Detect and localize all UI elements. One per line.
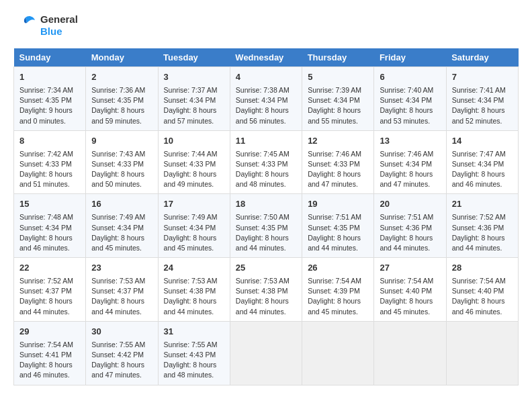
day-info: Sunset: 4:43 PM: [164, 350, 224, 360]
day-number: 26: [308, 262, 368, 275]
day-info: Sunset: 4:35 PM: [308, 223, 368, 233]
day-number: 12: [308, 135, 368, 148]
day-info: Daylight: 8 hours: [452, 296, 513, 306]
day-info: Sunset: 4:34 PM: [452, 95, 513, 105]
day-number: 14: [452, 135, 513, 148]
day-info: Sunset: 4:40 PM: [452, 286, 513, 296]
day-number: 15: [19, 198, 80, 211]
day-number: 9: [91, 135, 152, 148]
day-info: Daylight: 8 hours: [308, 233, 368, 243]
day-info: Sunrise: 7:48 AM: [19, 212, 80, 222]
calendar-cell: 19Sunrise: 7:51 AMSunset: 4:35 PMDayligh…: [302, 194, 374, 258]
calendar-cell: 15Sunrise: 7:48 AMSunset: 4:34 PMDayligh…: [14, 194, 86, 258]
day-info: Daylight: 8 hours: [164, 105, 224, 116]
calendar-cell: 16Sunrise: 7:49 AMSunset: 4:34 PMDayligh…: [86, 194, 158, 258]
day-info: and 46 minutes.: [19, 243, 80, 253]
day-info: and 44 minutes.: [380, 243, 440, 253]
day-number: 3: [164, 71, 224, 84]
day-info: Daylight: 8 hours: [236, 296, 296, 306]
day-info: Daylight: 8 hours: [19, 360, 80, 370]
day-info: Sunset: 4:35 PM: [236, 223, 296, 233]
day-info: Daylight: 8 hours: [164, 233, 224, 243]
day-info: and 59 minutes.: [91, 116, 152, 126]
day-info: and 44 minutes.: [91, 307, 152, 317]
day-info: Sunset: 4:35 PM: [91, 95, 152, 105]
day-info: Sunset: 4:33 PM: [236, 159, 296, 169]
day-info: Daylight: 8 hours: [308, 169, 368, 179]
calendar-cell: 27Sunrise: 7:54 AMSunset: 4:40 PMDayligh…: [374, 258, 446, 322]
day-info: Sunrise: 7:45 AM: [236, 149, 296, 159]
logo-bird-icon: [13, 13, 38, 38]
calendar-table: SundayMondayTuesdayWednesdayThursdayFrid…: [13, 48, 519, 385]
day-info: Sunrise: 7:50 AM: [236, 212, 296, 222]
day-info: and 57 minutes.: [164, 116, 224, 126]
day-number: 1: [19, 71, 80, 84]
day-info: Daylight: 8 hours: [380, 233, 440, 243]
day-info: and 46 minutes.: [452, 179, 513, 189]
day-info: and 44 minutes.: [164, 307, 224, 317]
day-number: 13: [380, 135, 440, 148]
day-number: 5: [308, 71, 368, 84]
calendar-cell: 12Sunrise: 7:46 AMSunset: 4:33 PMDayligh…: [302, 130, 374, 194]
day-info: Sunrise: 7:54 AM: [380, 276, 440, 286]
day-info: Sunset: 4:34 PM: [452, 159, 513, 169]
day-info: Sunrise: 7:34 AM: [19, 85, 80, 95]
calendar-cell: [230, 321, 302, 385]
day-info: Daylight: 8 hours: [164, 169, 224, 179]
day-info: Sunrise: 7:51 AM: [380, 212, 440, 222]
logo: General Blue: [13, 13, 78, 38]
day-info: and 45 minutes.: [164, 243, 224, 253]
day-number: 23: [91, 262, 152, 275]
day-info: Daylight: 8 hours: [91, 296, 152, 306]
day-number: 8: [19, 135, 80, 148]
day-number: 4: [236, 71, 296, 84]
calendar-cell: 28Sunrise: 7:54 AMSunset: 4:40 PMDayligh…: [446, 258, 518, 322]
day-info: Sunrise: 7:52 AM: [452, 212, 513, 222]
day-info: Sunrise: 7:54 AM: [19, 340, 80, 350]
calendar-cell: 30Sunrise: 7:55 AMSunset: 4:42 PMDayligh…: [86, 321, 158, 385]
day-number: 29: [19, 326, 80, 338]
day-number: 21: [452, 198, 513, 211]
day-info: Daylight: 8 hours: [452, 169, 513, 179]
day-info: Sunrise: 7:53 AM: [164, 276, 224, 286]
calendar-cell: 11Sunrise: 7:45 AMSunset: 4:33 PMDayligh…: [230, 130, 302, 194]
day-info: Sunset: 4:41 PM: [19, 350, 80, 360]
day-number: 25: [236, 262, 296, 275]
day-info: Daylight: 8 hours: [164, 360, 224, 370]
day-info: Sunset: 4:34 PM: [164, 95, 224, 105]
day-info: Sunrise: 7:39 AM: [308, 85, 368, 95]
day-info: Sunset: 4:34 PM: [91, 223, 152, 233]
day-info: Daylight: 8 hours: [91, 360, 152, 370]
day-info: Sunset: 4:38 PM: [164, 286, 224, 296]
day-number: 19: [308, 198, 368, 211]
calendar-cell: 9Sunrise: 7:43 AMSunset: 4:33 PMDaylight…: [86, 130, 158, 194]
calendar-cell: 25Sunrise: 7:53 AMSunset: 4:38 PMDayligh…: [230, 258, 302, 322]
day-info: Sunrise: 7:51 AM: [308, 212, 368, 222]
day-number: 20: [380, 198, 440, 211]
day-info: Sunrise: 7:44 AM: [164, 149, 224, 159]
day-info: Sunset: 4:33 PM: [164, 159, 224, 169]
day-info: and 45 minutes.: [91, 243, 152, 253]
calendar-cell: 3Sunrise: 7:37 AMSunset: 4:34 PMDaylight…: [158, 67, 230, 131]
day-info: Daylight: 8 hours: [91, 233, 152, 243]
day-info: Sunset: 4:39 PM: [308, 286, 368, 296]
calendar-cell: 14Sunrise: 7:47 AMSunset: 4:34 PMDayligh…: [446, 130, 518, 194]
calendar-cell: 4Sunrise: 7:38 AMSunset: 4:34 PMDaylight…: [230, 67, 302, 131]
calendar-cell: 10Sunrise: 7:44 AMSunset: 4:33 PMDayligh…: [158, 130, 230, 194]
day-number: 18: [236, 198, 296, 211]
day-info: Sunset: 4:37 PM: [91, 286, 152, 296]
day-info: Daylight: 8 hours: [308, 296, 368, 306]
calendar-cell: 23Sunrise: 7:53 AMSunset: 4:37 PMDayligh…: [86, 258, 158, 322]
calendar-cell: 18Sunrise: 7:50 AMSunset: 4:35 PMDayligh…: [230, 194, 302, 258]
day-number: 30: [91, 326, 152, 338]
day-info: Daylight: 8 hours: [19, 233, 80, 243]
day-info: and 47 minutes.: [380, 179, 440, 189]
day-info: and 46 minutes.: [452, 307, 513, 317]
day-info: Sunset: 4:33 PM: [19, 159, 80, 169]
day-number: 6: [380, 71, 440, 84]
day-info: Sunrise: 7:54 AM: [308, 276, 368, 286]
day-info: Sunset: 4:38 PM: [236, 286, 296, 296]
calendar-cell: 29Sunrise: 7:54 AMSunset: 4:41 PMDayligh…: [14, 321, 86, 385]
logo-general: General: [40, 13, 78, 26]
day-info: Daylight: 8 hours: [452, 233, 513, 243]
